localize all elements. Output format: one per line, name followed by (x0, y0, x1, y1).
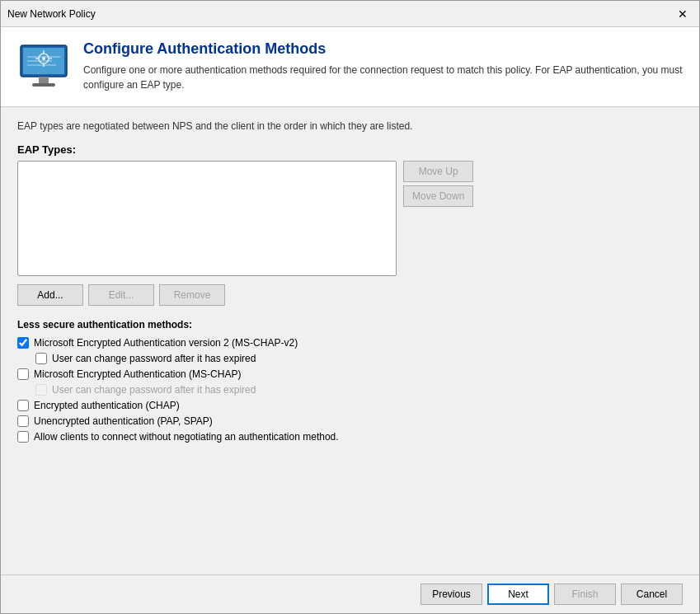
checkbox-mschap_change[interactable] (35, 384, 47, 396)
header-section: Configure Authentication Methods Configu… (1, 27, 699, 107)
checkbox-row-pap: Unencrypted authentication (PAP, SPAP) (17, 415, 683, 427)
header-text-block: Configure Authentication Methods Configu… (83, 40, 683, 92)
dialog-window: New Network Policy ✕ (0, 0, 700, 614)
action-buttons: Add... Edit... Remove (17, 284, 683, 306)
checkbox-row-chap: Encrypted authentication (CHAP) (17, 400, 683, 411)
checkbox-mschap[interactable] (17, 368, 29, 380)
eap-section: Move Up Move Down (17, 161, 683, 276)
footer: Previous Next Finish Cancel (1, 574, 699, 613)
checkboxes-container: Microsoft Encrypted Authentication versi… (17, 337, 683, 443)
eap-types-label: EAP Types: (17, 143, 683, 156)
close-button[interactable]: ✕ (673, 4, 693, 24)
finish-button[interactable]: Finish (554, 584, 616, 605)
edit-button[interactable]: Edit... (88, 284, 154, 306)
label-mschapv2_change: User can change password after it has ex… (52, 353, 256, 364)
checkbox-mschapv2_change[interactable] (35, 353, 47, 364)
previous-button[interactable]: Previous (420, 584, 482, 605)
checkbox-row-mschapv2_change: User can change password after it has ex… (35, 353, 683, 364)
checkbox-pap[interactable] (17, 415, 29, 427)
content-area: EAP types are negotiated between NPS and… (1, 107, 699, 574)
label-mschap: Microsoft Encrypted Authentication (MS-C… (34, 368, 241, 380)
svg-rect-6 (32, 83, 55, 87)
label-pap: Unencrypted authentication (PAP, SPAP) (34, 415, 213, 427)
dialog-title: New Network Policy (7, 8, 96, 20)
svg-point-8 (42, 57, 45, 60)
header-icon (17, 40, 70, 93)
info-text: EAP types are negotiated between NPS and… (17, 120, 683, 132)
checkbox-noauth[interactable] (17, 431, 29, 443)
eap-listbox[interactable] (17, 161, 397, 276)
checkbox-row-mschapv2: Microsoft Encrypted Authentication versi… (17, 337, 683, 349)
label-mschapv2: Microsoft Encrypted Authentication versi… (34, 337, 298, 349)
page-title: Configure Authentication Methods (83, 40, 683, 58)
checkbox-row-mschap_change: User can change password after it has ex… (35, 384, 683, 396)
header-description: Configure one or more authentication met… (83, 63, 683, 92)
eap-move-buttons: Move Up Move Down (403, 161, 473, 276)
title-bar: New Network Policy ✕ (1, 1, 699, 27)
label-chap: Encrypted authentication (CHAP) (34, 400, 180, 411)
next-button[interactable]: Next (487, 584, 549, 605)
add-button[interactable]: Add... (17, 284, 83, 306)
less-secure-title: Less secure authentication methods: (17, 319, 683, 330)
move-down-button[interactable]: Move Down (403, 185, 473, 207)
label-mschap_change: User can change password after it has ex… (52, 384, 256, 396)
cancel-button[interactable]: Cancel (621, 584, 683, 605)
label-noauth: Allow clients to connect without negotia… (34, 431, 339, 443)
checkbox-chap[interactable] (17, 400, 29, 411)
checkbox-row-noauth: Allow clients to connect without negotia… (17, 431, 683, 443)
move-up-button[interactable]: Move Up (403, 161, 473, 182)
checkbox-row-mschap: Microsoft Encrypted Authentication (MS-C… (17, 368, 683, 380)
checkbox-mschapv2[interactable] (17, 337, 29, 349)
remove-button[interactable]: Remove (159, 284, 225, 306)
svg-rect-5 (39, 77, 49, 83)
